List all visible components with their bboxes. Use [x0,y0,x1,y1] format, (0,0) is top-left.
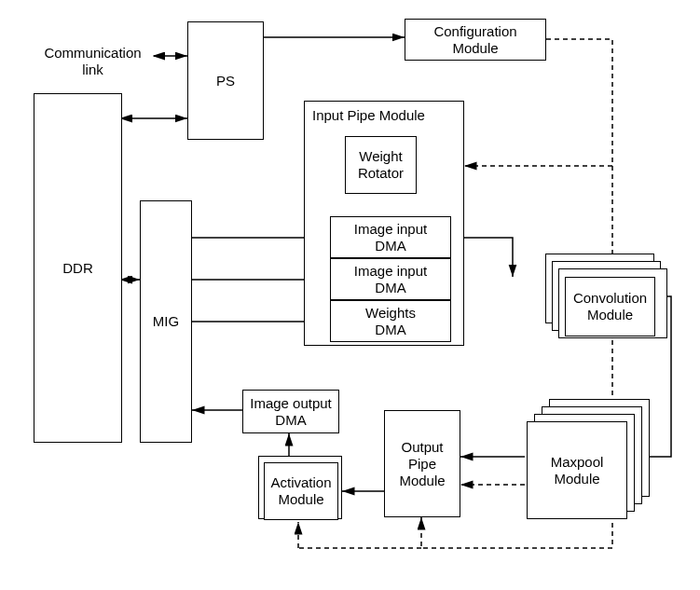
img-dma2-label: Image inputDMA [354,263,427,296]
convolution-label: ConvolutionModule [573,290,647,323]
input-pipe-label: Input Pipe Module [312,107,425,124]
config-box: ConfigurationModule [405,19,546,61]
img-dma2-box: Image inputDMA [330,258,451,300]
output-pipe-label: OutputPipeModule [399,439,445,489]
mig-label: MIG [153,313,179,330]
convolution-box: ConvolutionModule [565,277,655,336]
comm-link-label: Communicationlink [30,45,156,78]
config-label: ConfigurationModule [433,23,516,57]
img-dma1-label: Image inputDMA [354,221,427,254]
img-out-dma-box: Image outputDMA [242,390,339,433]
img-dma1-box: Image inputDMA [330,216,451,258]
mig-box: MIG [140,200,192,443]
ddr-label: DDR [62,260,93,277]
output-pipe-box: OutputPipeModule [384,410,460,517]
img-out-dma-label: Image outputDMA [250,395,332,429]
maxpool-box: MaxpoolModule [527,421,627,519]
ps-label: PS [216,73,235,89]
maxpool-label: MaxpoolModule [551,454,604,487]
weights-dma-box: WeightsDMA [330,300,451,342]
weight-rotator-label: WeightRotator [358,148,404,182]
activation-box: ActivationModule [264,462,338,520]
activation-label: ActivationModule [270,474,331,508]
weights-dma-label: WeightsDMA [365,305,416,338]
ddr-box: DDR [34,93,122,443]
weight-rotator-box: WeightRotator [345,136,417,194]
ps-box: PS [187,21,264,140]
